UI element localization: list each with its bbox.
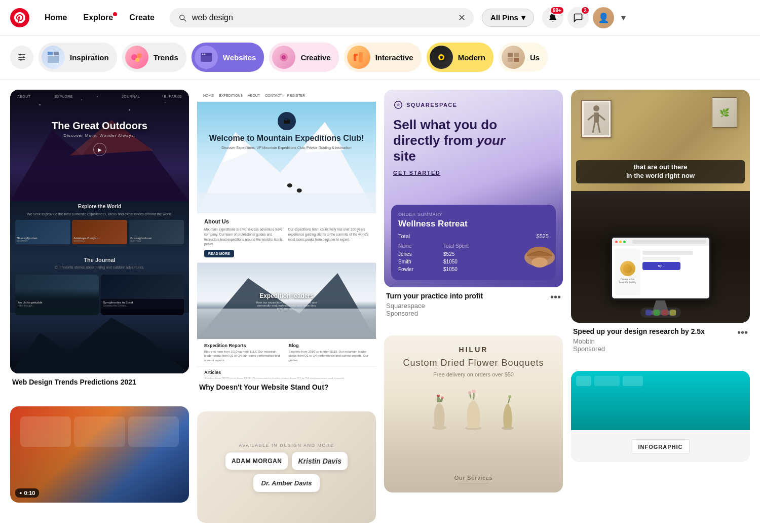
nav-home[interactable]: Home	[37, 9, 74, 26]
pin-card-monitor[interactable]: 🌿 that are out there in the world right …	[571, 90, 750, 355]
svg-line-67	[598, 123, 600, 133]
table-row: Jones $525	[398, 250, 519, 258]
svg-rect-48	[197, 193, 376, 213]
squarespace-logo-text: SQUARESPACE	[406, 102, 458, 108]
search-icon	[178, 13, 187, 22]
pin-title-outdoors: Web Design Trends Predictions 2021	[12, 377, 187, 387]
pin-column-3: SQUARESPACE Sell what you do directly fr…	[384, 90, 563, 531]
filter-button[interactable]	[10, 46, 33, 69]
search-input[interactable]	[192, 13, 453, 22]
svg-point-61	[508, 395, 511, 398]
sq-headline2: directly from	[393, 133, 473, 148]
all-pins-dropdown[interactable]: All Pins ▾	[482, 9, 534, 27]
svg-point-3	[19, 54, 21, 55]
svg-line-64	[588, 115, 594, 120]
pin-meta-outdoors: Web Design Trends Predictions 2021	[10, 373, 189, 390]
monitor-text1: that are out there	[633, 163, 687, 171]
svg-rect-19	[359, 52, 363, 62]
table-row: Smith $1050	[398, 258, 519, 265]
search-bar: ✕	[170, 8, 474, 27]
flowers-brand: HILUR	[459, 346, 488, 354]
sq-order-label: ORDER SUMMARY	[398, 212, 549, 217]
svg-rect-7	[54, 52, 59, 55]
sq-headline3: site	[393, 148, 416, 164]
explore-notification-dot	[113, 12, 117, 16]
svg-point-14	[202, 54, 203, 55]
svg-point-4	[23, 56, 24, 58]
category-pill-interactive[interactable]: Interactive	[344, 43, 422, 72]
svg-rect-8	[48, 56, 59, 63]
pin-card-video-thumb[interactable]: ● 0:10	[10, 406, 189, 503]
notifications-button[interactable]: 99+	[542, 7, 563, 28]
chevron-down-icon: ▾	[521, 13, 525, 22]
svg-rect-26	[508, 58, 513, 62]
notifications-badge: 99+	[550, 6, 564, 15]
svg-point-55	[437, 395, 440, 397]
name-kristin-davis: Kristin Davis	[298, 457, 341, 465]
category-pill-modern[interactable]: Modern	[427, 43, 493, 72]
category-pill-creative[interactable]: Creative	[269, 43, 338, 72]
mountain-card-title: Welcome to Mountain Expeditions Club!	[197, 133, 376, 144]
search-clear-button[interactable]: ✕	[458, 12, 466, 23]
nav-create[interactable]: Create	[122, 9, 162, 26]
pin-options-monitor[interactable]: •••	[733, 327, 748, 338]
infographic-label: INFOGRAPHIC	[638, 444, 683, 450]
svg-point-5	[20, 59, 22, 60]
flowers-title: Custom Dried Flower Bouquets	[393, 358, 554, 368]
account-chevron-button[interactable]: ▾	[618, 9, 629, 26]
main-nav: Home Explore Create	[37, 9, 162, 26]
sq-headline-italic: your	[477, 133, 505, 148]
svg-point-58	[472, 390, 476, 393]
svg-rect-25	[514, 53, 519, 57]
svg-point-53	[531, 257, 548, 268]
pin-card-outdoors[interactable]: ABOUT EXPLORE • JOURNAL B. PARKS	[10, 90, 189, 390]
svg-rect-6	[48, 52, 53, 55]
pin-options-squarespace[interactable]: •••	[546, 291, 561, 303]
svg-point-46	[287, 183, 292, 187]
pin-meta-monitor: Speed up your design research by 2.5x Mo…	[571, 323, 750, 355]
messages-button[interactable]: 2	[567, 7, 589, 28]
pin-card-adam-morgan[interactable]: AVAILABLE IN DESIGN AND MORE ADAM MORGAN…	[197, 411, 376, 523]
user-avatar[interactable]: 👤	[593, 7, 614, 28]
category-pill-trends[interactable]: Trends	[122, 43, 186, 72]
pin-title-mountain: Why Doesn't Your Website Stand Out?	[199, 383, 374, 392]
svg-rect-63	[594, 112, 599, 123]
svg-line-66	[593, 123, 595, 133]
category-pill-websites[interactable]: Websites	[192, 43, 264, 72]
svg-rect-50	[197, 309, 376, 339]
video-badge: ● 0:10	[15, 488, 39, 498]
svg-point-47	[297, 188, 302, 193]
table-row: Fowler $1050	[398, 265, 519, 273]
pin-meta-mountain: Why Doesn't Your Website Stand Out?	[197, 378, 376, 395]
pin-card-infographic[interactable]: INFOGRAPHIC	[571, 371, 750, 462]
pin-column-4: 🌿 that are out there in the world right …	[571, 90, 750, 531]
pin-column-2: HOME EXPEDITIONS ABOUT CONTACT REGISTER	[197, 90, 376, 531]
category-pill-us[interactable]: Us	[499, 43, 548, 72]
main-pin-grid: ABOUT EXPLORE • JOURNAL B. PARKS	[0, 80, 760, 532]
sq-total-label: Total	[398, 233, 410, 239]
pin-source-monitor: Mobbin	[573, 337, 705, 345]
svg-point-33	[40, 104, 41, 105]
svg-point-62	[593, 105, 599, 111]
category-pill-inspiration[interactable]: Inspiration	[39, 43, 117, 72]
pin-source-squarespace: Squarespace	[386, 302, 483, 310]
svg-point-59	[468, 391, 471, 394]
pin-card-mountain[interactable]: HOME EXPEDITIONS ABOUT CONTACT REGISTER	[197, 90, 376, 395]
sq-headline1: Sell what you do	[393, 117, 497, 132]
svg-line-65	[599, 115, 605, 120]
pin-card-flowers[interactable]: HILUR Custom Dried Flower Bouquets Free …	[384, 335, 563, 492]
svg-point-11	[135, 58, 139, 62]
pin-card-squarespace[interactable]: SQUARESPACE Sell what you do directly fr…	[384, 90, 563, 319]
pin-meta-squarespace: Turn your practice into profit Squarespa…	[384, 287, 563, 319]
pin-sponsored-squarespace: Sponsored	[386, 310, 483, 317]
pin-sponsored-monitor: Sponsored	[573, 345, 705, 353]
name-adam-morgan: ADAM MORGAN	[232, 458, 282, 465]
name-dr-amber: Dr. Amber Davis	[261, 479, 312, 487]
pinterest-logo[interactable]	[10, 8, 29, 27]
sq-cta: GET STARTED	[393, 170, 554, 176]
svg-point-17	[282, 55, 286, 59]
header-actions: 99+ 2 👤 ▾	[542, 7, 629, 28]
nav-explore[interactable]: Explore	[76, 9, 120, 26]
svg-point-56	[441, 397, 444, 399]
svg-point-15	[204, 54, 205, 55]
